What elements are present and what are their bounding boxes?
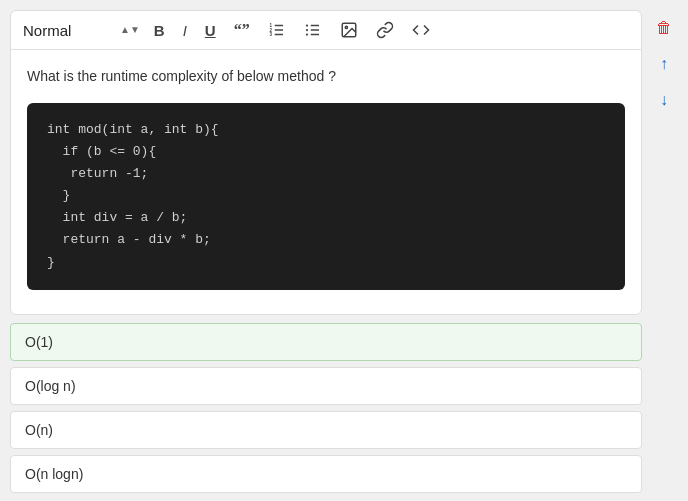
move-up-button[interactable]: ↑ (650, 50, 678, 78)
answer-option-3[interactable]: O(n) (10, 411, 642, 449)
image-button[interactable] (336, 19, 362, 41)
italic-button[interactable]: I (179, 20, 191, 41)
answer-option-2[interactable]: O(log n) (10, 367, 642, 405)
side-actions: 🗑 ↑ ↓ (650, 10, 678, 493)
svg-point-11 (306, 33, 308, 35)
answer-option-1[interactable]: O(1) (10, 323, 642, 361)
image-icon (340, 21, 358, 39)
select-arrows-icon: ▲▼ (120, 25, 140, 35)
editor-body: What is the runtime complexity of below … (11, 50, 641, 314)
bold-button[interactable]: B (150, 20, 169, 41)
code-icon (412, 21, 430, 39)
editor-card: Normal Heading 1 Heading 2 Heading 3 Cod… (10, 10, 642, 315)
question-text: What is the runtime complexity of below … (27, 66, 625, 87)
svg-text:3: 3 (269, 32, 272, 37)
svg-point-10 (306, 29, 308, 31)
svg-point-9 (306, 24, 308, 26)
move-down-button[interactable]: ↓ (650, 86, 678, 114)
answers-section: O(1) O(log n) O(n) O(n logn) (10, 323, 642, 493)
delete-button[interactable]: 🗑 (650, 14, 678, 42)
toolbar: Normal Heading 1 Heading 2 Heading 3 Cod… (11, 11, 641, 50)
format-select-wrapper: Normal Heading 1 Heading 2 Heading 3 Cod… (23, 22, 140, 39)
ordered-list-icon: 1 2 3 (268, 21, 286, 39)
ordered-list-button[interactable]: 1 2 3 (264, 19, 290, 41)
underline-button[interactable]: U (201, 20, 220, 41)
format-select[interactable]: Normal Heading 1 Heading 2 Heading 3 Cod… (23, 22, 116, 39)
unordered-list-icon (304, 21, 322, 39)
svg-point-13 (345, 26, 347, 28)
page-container: Normal Heading 1 Heading 2 Heading 3 Cod… (10, 10, 678, 493)
link-button[interactable] (372, 19, 398, 41)
code-block: int mod(int a, int b){ if (b <= 0){ retu… (27, 103, 625, 290)
code-button[interactable] (408, 19, 434, 41)
unordered-list-button[interactable] (300, 19, 326, 41)
main-content: Normal Heading 1 Heading 2 Heading 3 Cod… (10, 10, 642, 493)
link-icon (376, 21, 394, 39)
answer-option-4[interactable]: O(n logn) (10, 455, 642, 493)
quote-button[interactable]: “” (230, 19, 254, 41)
